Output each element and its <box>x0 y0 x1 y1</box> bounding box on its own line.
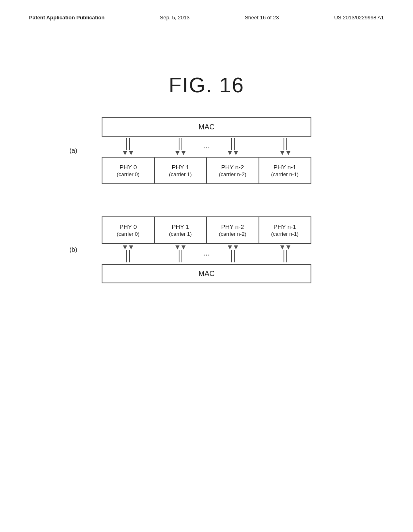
line <box>234 250 235 262</box>
tri <box>280 151 284 155</box>
b-phy-0-title: PHY 0 <box>119 223 137 230</box>
tri <box>129 245 133 249</box>
diagram-a-phy-row: PHY 0 (carrier 0) PHY 1 (carrier 1) PHY … <box>102 157 311 184</box>
diagram-b-wrapper: (b) PHY 0 (carrier 0) PHY 1 (carrier 1) … <box>94 216 319 283</box>
b-arrow-4 <box>280 245 290 262</box>
tri <box>286 151 290 155</box>
b-phy-n1-sub: (carrier n-1) <box>271 231 298 237</box>
tri <box>234 245 238 249</box>
line <box>286 250 287 262</box>
b-arrowhead <box>280 245 290 249</box>
header-sheet: Sheet 16 of 23 <box>245 15 279 21</box>
diagram-a-phy-n1: PHY n-1 (carrier n-1) <box>259 157 312 184</box>
b-arrow-2 <box>175 245 186 262</box>
b-phy-1-title: PHY 1 <box>172 223 189 230</box>
line <box>286 138 287 150</box>
lines <box>284 250 287 262</box>
b-arrow-3 <box>228 245 238 262</box>
diagram-b-phy-0: PHY 0 (carrier 0) <box>102 216 155 244</box>
tri <box>175 151 179 155</box>
diagram-a: MAC <box>94 117 319 184</box>
phy-0-sub: (carrier 0) <box>117 171 140 177</box>
diagram-b-label: (b) <box>69 246 77 254</box>
line <box>126 138 127 150</box>
lines <box>179 250 182 262</box>
tri <box>234 151 238 155</box>
phy-0-title: PHY 0 <box>119 164 137 170</box>
arrow-3 <box>228 138 238 155</box>
tri <box>175 245 179 249</box>
diagrams-container: (a) MAC <box>0 117 413 283</box>
arrowhead <box>280 151 290 155</box>
arrowhead <box>123 151 133 155</box>
phy-1-sub: (carrier 1) <box>169 171 192 177</box>
arrowhead <box>175 151 186 155</box>
dots-a: ··· <box>203 143 210 152</box>
b-phy-0-sub: (carrier 0) <box>117 231 140 237</box>
diagram-a-wrapper: (a) MAC <box>94 117 319 184</box>
arrow-1 <box>123 138 133 155</box>
diagram-b-phy-n2: PHY n-2 (carrier n-2) <box>206 216 259 244</box>
tri <box>228 151 232 155</box>
line <box>129 250 130 262</box>
lines <box>126 250 130 262</box>
tri <box>286 245 290 249</box>
tri <box>181 245 186 249</box>
line <box>129 138 130 150</box>
b-arrowhead <box>228 245 238 249</box>
line <box>284 138 284 150</box>
diagram-b-phy-n1: PHY n-1 (carrier n-1) <box>259 216 312 244</box>
figure-title: FIG. 16 <box>0 73 413 97</box>
header-date: Sep. 5, 2013 <box>160 15 190 21</box>
tri <box>181 151 186 155</box>
dots-b: ··· <box>203 250 210 259</box>
phy-n1-title: PHY n-1 <box>273 164 296 170</box>
arrow-2 <box>175 138 186 155</box>
diagram-a-phy-1: PHY 1 (carrier 1) <box>154 157 207 184</box>
b-phy-n1-title: PHY n-1 <box>273 223 296 230</box>
b-arrow-1 <box>123 245 133 262</box>
line <box>234 138 235 150</box>
header-publication-label: Patent Application Publication <box>29 15 104 21</box>
diagram-a-phy-0: PHY 0 (carrier 0) <box>102 157 155 184</box>
arrowhead <box>228 151 238 155</box>
line <box>179 250 179 262</box>
phy-1-title: PHY 1 <box>172 164 189 170</box>
line <box>231 250 232 262</box>
b-arrowhead <box>123 245 133 249</box>
diagram-a-arrows: ··· <box>102 137 311 157</box>
b-phy-1-sub: (carrier 1) <box>169 231 192 237</box>
diagram-b-arrows: ··· <box>102 244 311 264</box>
diagram-b-phy-1: PHY 1 (carrier 1) <box>154 216 207 244</box>
diagram-a-mac-box: MAC <box>102 117 311 137</box>
tri <box>123 245 127 249</box>
diagram-a-label: (a) <box>69 147 77 154</box>
line <box>284 250 284 262</box>
b-arrowhead <box>175 245 186 249</box>
line <box>126 250 127 262</box>
b-phy-n2-sub: (carrier n-2) <box>219 231 246 237</box>
diagram-b-mac-label: MAC <box>198 270 215 278</box>
phy-n2-sub: (carrier n-2) <box>219 171 246 177</box>
line <box>181 138 182 150</box>
header-patent-number: US 2013/0229998 A1 <box>334 15 384 21</box>
diagram-a-phy-n2: PHY n-2 (carrier n-2) <box>206 157 259 184</box>
lines <box>231 250 235 262</box>
line <box>231 138 232 150</box>
diagram-b: PHY 0 (carrier 0) PHY 1 (carrier 1) PHY … <box>94 216 319 283</box>
page: Patent Application Publication Sep. 5, 2… <box>0 0 413 532</box>
diagram-b-phy-row: PHY 0 (carrier 0) PHY 1 (carrier 1) PHY … <box>102 216 311 244</box>
line <box>179 138 179 150</box>
phy-n1-sub: (carrier n-1) <box>271 171 298 177</box>
line <box>181 250 182 262</box>
b-phy-n2-title: PHY n-2 <box>221 223 244 230</box>
tri <box>280 245 284 249</box>
tri <box>129 151 133 155</box>
arrow-4 <box>280 138 290 155</box>
header: Patent Application Publication Sep. 5, 2… <box>0 0 413 21</box>
diagram-a-mac-label: MAC <box>198 123 215 131</box>
phy-n2-title: PHY n-2 <box>221 164 244 170</box>
diagram-b-mac-box: MAC <box>102 264 311 283</box>
tri <box>228 245 232 249</box>
tri <box>123 151 127 155</box>
